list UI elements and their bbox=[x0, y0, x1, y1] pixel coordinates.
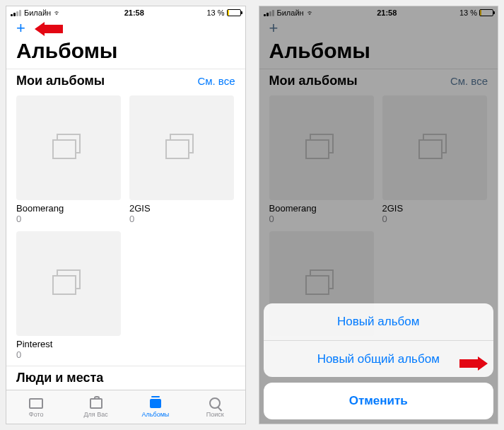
tab-photos[interactable]: Фото bbox=[6, 390, 66, 424]
signal-icon bbox=[11, 10, 21, 16]
tab-search[interactable]: Поиск bbox=[185, 390, 245, 424]
album-count: 0 bbox=[16, 349, 121, 360]
page-title: Альбомы bbox=[16, 39, 235, 63]
heart-icon bbox=[88, 396, 104, 410]
clock: 21:58 bbox=[124, 8, 144, 17]
album-count: 0 bbox=[129, 214, 234, 224]
tab-bar: Фото Для Вас Альбомы Поиск bbox=[6, 390, 245, 424]
search-icon bbox=[207, 396, 223, 410]
album-count: 0 bbox=[16, 214, 121, 224]
photo-stack-icon bbox=[52, 269, 85, 298]
album-name: 2GIS bbox=[129, 203, 234, 214]
cancel-button[interactable]: Отменить bbox=[264, 383, 494, 419]
section-header-places: Люди и места bbox=[6, 366, 245, 388]
album-thumb bbox=[16, 95, 121, 200]
title-bar: Альбомы bbox=[6, 37, 245, 69]
phone-right: Билайн ᯤ 21:58 13 % + Альбомы Мои альбом… bbox=[259, 6, 499, 424]
tab-albums[interactable]: Альбомы bbox=[126, 390, 185, 424]
album-name: Boomerang bbox=[16, 203, 121, 214]
albums-row-1: Boomerang 0 2GIS 0 bbox=[6, 91, 245, 227]
phone-left: Билайн ᯤ 21:58 13 % + Альбомы Мои альбом… bbox=[6, 6, 246, 424]
album-thumb bbox=[129, 95, 234, 200]
photo-stack-icon bbox=[165, 134, 198, 162]
album-item[interactable]: Pinterest 0 bbox=[16, 231, 121, 360]
annotation-arrow-shared bbox=[459, 356, 488, 371]
annotation-arrow-add bbox=[35, 22, 63, 36]
tab-for-you[interactable]: Для Вас bbox=[66, 390, 125, 424]
photos-icon bbox=[28, 396, 44, 410]
album-name: Pinterest bbox=[16, 339, 121, 349]
albums-row-2: Pinterest 0 bbox=[6, 227, 245, 363]
albums-icon bbox=[148, 396, 163, 410]
section-title: Люди и места bbox=[16, 371, 103, 385]
wifi-icon: ᯤ bbox=[54, 8, 61, 17]
battery-pct: 13 % bbox=[206, 8, 224, 17]
add-button[interactable]: + bbox=[16, 21, 25, 36]
new-album-button[interactable]: Новый альбом bbox=[264, 303, 494, 340]
battery-icon bbox=[227, 9, 241, 16]
section-header-my-albums: Мои альбомы См. все bbox=[6, 69, 245, 91]
see-all-link[interactable]: См. все bbox=[197, 75, 235, 87]
album-item[interactable]: 2GIS 0 bbox=[129, 95, 234, 224]
status-bar: Билайн ᯤ 21:58 13 % bbox=[6, 6, 245, 19]
album-item[interactable]: Boomerang 0 bbox=[16, 95, 121, 224]
carrier-label: Билайн bbox=[24, 8, 51, 17]
album-thumb bbox=[16, 231, 121, 336]
section-title: Мои альбомы bbox=[16, 74, 105, 88]
photo-stack-icon bbox=[52, 134, 85, 162]
